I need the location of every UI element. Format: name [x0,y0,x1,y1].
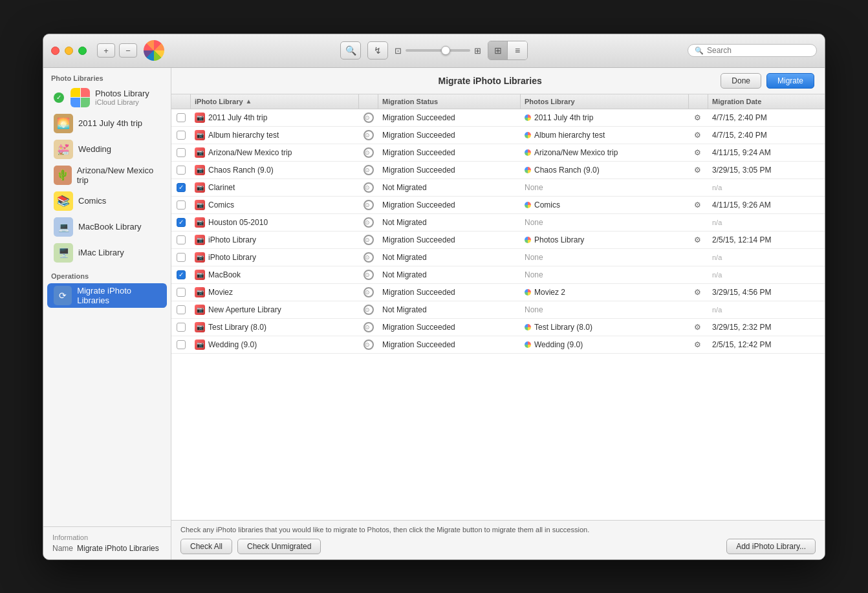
sidebar-item-comics[interactable]: 📚 Comics [47,189,167,213]
search-circle-icon: ⊙ [363,252,374,263]
migration-date-text: n/a [712,306,722,314]
th-migration-date[interactable]: Migration Date [708,94,825,109]
photos-dot-icon [525,202,531,208]
gear-icon[interactable]: ⚙ [694,340,703,349]
td-checkbox[interactable] [171,179,191,196]
table-row: 📷 Moviez ⊙ Migration Succeeded Moviez 2 … [171,284,825,301]
td-checkbox[interactable] [171,109,191,126]
photos-dot-icon [525,149,531,156]
migration-status-text: Migration Succeeded [382,200,455,210]
magnify-icon-button[interactable]: 🔍 [340,41,361,59]
sidebar-item-migrate[interactable]: ⟳ Migrate iPhoto Libraries [47,283,167,308]
row-checkbox-1[interactable] [177,131,186,140]
row-checkbox-10[interactable] [177,288,186,297]
th-photos-library[interactable]: Photos Library [521,94,689,109]
check-unmigrated-button[interactable]: Check Unmigrated [237,539,321,554]
td-checkbox[interactable] [171,197,191,213]
row-checkbox-4[interactable] [177,183,186,192]
gear-icon[interactable]: ⚙ [694,131,703,140]
td-checkbox[interactable] [171,301,191,318]
td-checkbox[interactable] [171,284,191,301]
th-iphoto[interactable]: iPhoto Library ▲ [191,94,359,109]
td-iphoto-name: 📷 Album hierarchy test [191,127,359,144]
close-button[interactable] [51,47,60,55]
td-gear [689,301,708,318]
row-checkbox-11[interactable] [177,305,186,314]
table-row: 📷 New Aperture Library ⊙ Not Migrated No… [171,301,825,319]
migration-status-text: Migration Succeeded [382,340,455,349]
migrate-btn-group: Done Migrate [721,73,814,89]
view-buttons: ⊞ ≡ [488,41,528,60]
td-checkbox[interactable] [171,232,191,248]
th-migration-status[interactable]: Migration Status [378,94,521,109]
td-search-icon: ⊙ [359,197,378,213]
zoom-slider[interactable] [406,49,470,52]
sidebar-item-july4[interactable]: 🌅 2011 July 4th trip [47,111,167,136]
zoom-slider-thumb[interactable] [441,46,450,55]
search-circle-icon: ⊙ [363,200,374,210]
row-checkbox-9[interactable] [177,270,186,279]
row-checkbox-6[interactable] [177,218,186,227]
td-search-icon: ⊙ [359,214,378,231]
gear-icon[interactable]: ⚙ [694,235,703,244]
table-row: 📷 2011 July 4th trip ⊙ Migration Succeed… [171,109,825,127]
row-checkbox-12[interactable] [177,323,186,332]
sidebar-item-wedding[interactable]: 💒 Wedding [47,137,167,162]
add-button[interactable]: + [97,43,115,58]
td-checkbox[interactable] [171,214,191,231]
minimize-button[interactable] [65,47,73,55]
row-checkbox-8[interactable] [177,253,186,262]
sidebar-item-imac[interactable]: 🖥️ iMac Library [47,241,167,265]
row-checkbox-5[interactable] [177,200,186,210]
import-icon-button[interactable]: ↯ [367,41,388,59]
sidebar: Photo Libraries ✓ Photos Library iCloud … [43,68,171,559]
td-checkbox[interactable] [171,266,191,283]
sidebar-item-photos-library[interactable]: ✓ Photos Library iCloud Library [47,85,167,110]
td-checkbox[interactable] [171,162,191,178]
photo-libraries-header: Photo Libraries [43,68,171,85]
row-checkbox-2[interactable] [177,148,186,157]
search-input[interactable] [707,46,810,55]
iphoto-name-text: Clarinet [208,183,235,192]
photos-name-text: Chaos Ranch (9.0) [534,166,600,175]
gear-icon[interactable]: ⚙ [694,166,703,175]
migration-status-text: Migration Succeeded [382,113,455,122]
grid-view-button[interactable]: ⊞ [488,41,508,59]
td-checkbox[interactable] [171,144,191,161]
gear-icon[interactable]: ⚙ [694,148,703,157]
iphoto-row-icon: 📷 [195,200,205,210]
add-iphoto-button[interactable]: Add iPhoto Library... [726,539,816,554]
search-box[interactable]: 🔍 [688,44,817,57]
remove-button[interactable]: − [119,43,137,58]
operations-header: Operations [43,266,171,283]
gear-icon[interactable]: ⚙ [694,113,703,122]
sidebar-item-macbook[interactable]: 💻 MacBook Library [47,215,167,239]
row-checkbox-7[interactable] [177,235,186,244]
migrate-button[interactable]: Migrate [766,73,814,89]
maximize-button[interactable] [78,47,87,55]
list-view-button[interactable]: ≡ [508,41,527,59]
check-all-button[interactable]: Check All [180,539,232,554]
td-checkbox[interactable] [171,127,191,144]
row-checkbox-0[interactable] [177,113,186,122]
td-checkbox[interactable] [171,336,191,353]
row-checkbox-3[interactable] [177,166,186,175]
sidebar-item-arizona[interactable]: 🌵 Arizona/New Mexico trip [47,163,167,188]
sidebar-item-label-wedding: Wedding [78,144,111,154]
iphoto-name-text: Album hierarchy test [208,131,279,140]
td-checkbox[interactable] [171,319,191,336]
iphoto-row-icon: 📷 [195,340,205,350]
td-migration-status: Migration Succeeded [378,319,521,336]
row-checkbox-13[interactable] [177,340,186,349]
td-photos-name: Arizona/New Mexico trip [521,144,689,161]
td-checkbox[interactable] [171,249,191,266]
sidebar-item-label-photos: Photos Library [95,89,149,98]
gear-icon[interactable]: ⚙ [694,200,703,210]
gear-icon[interactable]: ⚙ [694,323,703,332]
done-button[interactable]: Done [721,73,761,89]
td-migration-status: Not Migrated [378,179,521,196]
td-migration-status: Migration Succeeded [378,197,521,213]
table-row: 📷 MacBook ⊙ Not Migrated None n/a [171,266,825,284]
table-row: 📷 Wedding (9.0) ⊙ Migration Succeeded We… [171,336,825,354]
gear-icon[interactable]: ⚙ [694,288,703,297]
